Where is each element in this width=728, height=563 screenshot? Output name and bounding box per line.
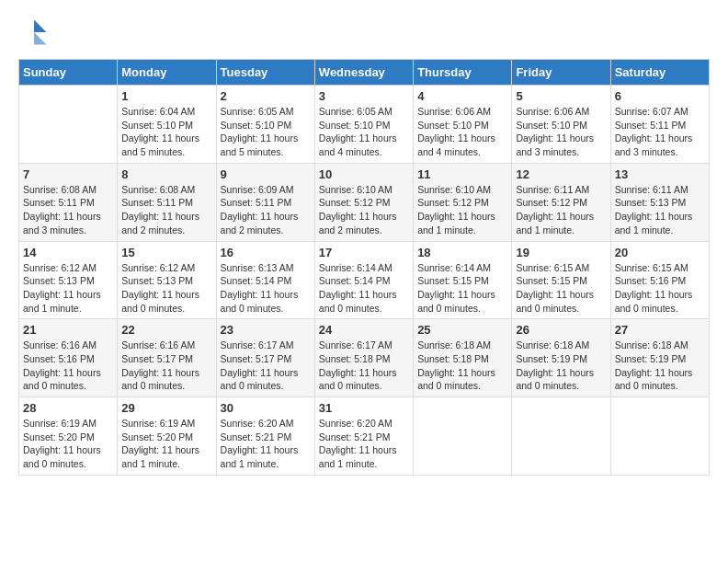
calendar-cell: 23Sunrise: 6:17 AM Sunset: 5:17 PM Dayli…	[216, 319, 314, 397]
calendar-cell: 5Sunrise: 6:06 AM Sunset: 5:10 PM Daylig…	[512, 86, 610, 164]
calendar-cell: 27Sunrise: 6:18 AM Sunset: 5:19 PM Dayli…	[610, 319, 709, 397]
calendar-cell: 6Sunrise: 6:07 AM Sunset: 5:11 PM Daylig…	[610, 86, 709, 164]
day-number: 24	[319, 323, 409, 337]
day-info: Sunrise: 6:16 AM Sunset: 5:17 PM Dayligh…	[121, 339, 211, 393]
day-info: Sunrise: 6:19 AM Sunset: 5:20 PM Dayligh…	[23, 417, 113, 471]
day-number: 20	[615, 246, 705, 259]
calendar-cell: 22Sunrise: 6:16 AM Sunset: 5:17 PM Dayli…	[118, 319, 216, 397]
day-number: 5	[516, 89, 606, 103]
day-info: Sunrise: 6:10 AM Sunset: 5:12 PM Dayligh…	[417, 183, 507, 237]
day-info: Sunrise: 6:06 AM Sunset: 5:10 PM Dayligh…	[417, 105, 507, 159]
logo-icon	[20, 18, 48, 46]
day-info: Sunrise: 6:10 AM Sunset: 5:12 PM Dayligh…	[319, 183, 409, 237]
day-info: Sunrise: 6:07 AM Sunset: 5:11 PM Dayligh…	[615, 105, 705, 159]
day-number: 1	[121, 89, 211, 103]
day-number: 23	[221, 323, 311, 337]
calendar-week-row: 7Sunrise: 6:08 AM Sunset: 5:11 PM Daylig…	[19, 163, 710, 241]
calendar-cell: 28Sunrise: 6:19 AM Sunset: 5:20 PM Dayli…	[19, 397, 118, 476]
day-info: Sunrise: 6:05 AM Sunset: 5:10 PM Dayligh…	[319, 105, 409, 159]
logo	[18, 18, 48, 50]
svg-marker-0	[34, 20, 47, 33]
day-number: 8	[121, 167, 211, 181]
day-number: 28	[23, 401, 113, 415]
svg-marker-1	[34, 32, 47, 45]
day-number: 14	[23, 246, 113, 259]
calendar-day-header: Monday	[118, 60, 216, 86]
calendar-day-header: Tuesday	[216, 60, 314, 86]
day-info: Sunrise: 6:05 AM Sunset: 5:10 PM Dayligh…	[221, 105, 311, 159]
day-number: 11	[417, 167, 507, 181]
calendar-cell	[414, 397, 512, 476]
calendar-cell: 2Sunrise: 6:05 AM Sunset: 5:10 PM Daylig…	[216, 86, 314, 164]
day-info: Sunrise: 6:08 AM Sunset: 5:11 PM Dayligh…	[121, 183, 211, 237]
calendar-cell: 10Sunrise: 6:10 AM Sunset: 5:12 PM Dayli…	[314, 163, 413, 241]
calendar-cell: 25Sunrise: 6:18 AM Sunset: 5:18 PM Dayli…	[414, 319, 512, 397]
day-number: 21	[23, 323, 113, 337]
day-number: 30	[221, 401, 311, 415]
calendar-cell: 7Sunrise: 6:08 AM Sunset: 5:11 PM Daylig…	[19, 163, 118, 241]
day-info: Sunrise: 6:13 AM Sunset: 5:14 PM Dayligh…	[221, 261, 311, 316]
calendar-cell: 4Sunrise: 6:06 AM Sunset: 5:10 PM Daylig…	[414, 86, 512, 164]
day-number: 22	[121, 323, 211, 337]
calendar-cell	[19, 86, 118, 164]
calendar-cell	[610, 397, 709, 476]
calendar-week-row: 21Sunrise: 6:16 AM Sunset: 5:16 PM Dayli…	[19, 319, 710, 397]
calendar-table: SundayMondayTuesdayWednesdayThursdayFrid…	[18, 59, 710, 476]
day-info: Sunrise: 6:16 AM Sunset: 5:16 PM Dayligh…	[23, 339, 113, 393]
day-info: Sunrise: 6:17 AM Sunset: 5:18 PM Dayligh…	[319, 339, 409, 393]
day-number: 10	[319, 167, 409, 181]
day-info: Sunrise: 6:04 AM Sunset: 5:10 PM Dayligh…	[121, 105, 211, 159]
day-number: 19	[516, 246, 606, 259]
calendar-cell: 13Sunrise: 6:11 AM Sunset: 5:13 PM Dayli…	[610, 163, 709, 241]
day-number: 13	[615, 167, 705, 181]
calendar-cell: 19Sunrise: 6:15 AM Sunset: 5:15 PM Dayli…	[512, 241, 610, 319]
day-info: Sunrise: 6:15 AM Sunset: 5:15 PM Dayligh…	[516, 261, 606, 316]
day-info: Sunrise: 6:19 AM Sunset: 5:20 PM Dayligh…	[121, 417, 211, 471]
day-number: 17	[319, 246, 409, 259]
day-info: Sunrise: 6:18 AM Sunset: 5:19 PM Dayligh…	[516, 339, 606, 393]
calendar-cell: 30Sunrise: 6:20 AM Sunset: 5:21 PM Dayli…	[216, 397, 314, 476]
day-info: Sunrise: 6:08 AM Sunset: 5:11 PM Dayligh…	[23, 183, 113, 237]
day-number: 26	[516, 323, 606, 337]
day-info: Sunrise: 6:18 AM Sunset: 5:18 PM Dayligh…	[417, 339, 507, 393]
calendar-cell: 31Sunrise: 6:20 AM Sunset: 5:21 PM Dayli…	[314, 397, 413, 476]
calendar-cell: 21Sunrise: 6:16 AM Sunset: 5:16 PM Dayli…	[19, 319, 118, 397]
calendar-header-row: SundayMondayTuesdayWednesdayThursdayFrid…	[19, 60, 710, 86]
calendar-cell: 16Sunrise: 6:13 AM Sunset: 5:14 PM Dayli…	[216, 241, 314, 319]
calendar-cell: 17Sunrise: 6:14 AM Sunset: 5:14 PM Dayli…	[314, 241, 413, 319]
calendar-cell: 8Sunrise: 6:08 AM Sunset: 5:11 PM Daylig…	[118, 163, 216, 241]
calendar-cell: 11Sunrise: 6:10 AM Sunset: 5:12 PM Dayli…	[414, 163, 512, 241]
calendar-day-header: Thursday	[414, 60, 512, 86]
calendar-cell: 9Sunrise: 6:09 AM Sunset: 5:11 PM Daylig…	[216, 163, 314, 241]
day-number: 9	[221, 167, 311, 181]
day-number: 31	[319, 401, 409, 415]
calendar-cell: 24Sunrise: 6:17 AM Sunset: 5:18 PM Dayli…	[314, 319, 413, 397]
day-number: 15	[121, 246, 211, 259]
calendar-week-row: 14Sunrise: 6:12 AM Sunset: 5:13 PM Dayli…	[19, 241, 710, 319]
calendar-day-header: Saturday	[610, 60, 709, 86]
calendar-day-header: Sunday	[19, 60, 118, 86]
day-info: Sunrise: 6:11 AM Sunset: 5:13 PM Dayligh…	[615, 183, 705, 237]
day-info: Sunrise: 6:14 AM Sunset: 5:15 PM Dayligh…	[417, 261, 507, 316]
day-number: 16	[221, 246, 311, 259]
calendar-week-row: 28Sunrise: 6:19 AM Sunset: 5:20 PM Dayli…	[19, 397, 710, 476]
day-info: Sunrise: 6:11 AM Sunset: 5:12 PM Dayligh…	[516, 183, 606, 237]
calendar-week-row: 1Sunrise: 6:04 AM Sunset: 5:10 PM Daylig…	[19, 86, 710, 164]
day-number: 2	[221, 89, 311, 103]
day-info: Sunrise: 6:06 AM Sunset: 5:10 PM Dayligh…	[516, 105, 606, 159]
calendar-cell: 3Sunrise: 6:05 AM Sunset: 5:10 PM Daylig…	[314, 86, 413, 164]
day-number: 4	[417, 89, 507, 103]
day-info: Sunrise: 6:20 AM Sunset: 5:21 PM Dayligh…	[221, 417, 311, 471]
day-number: 6	[615, 89, 705, 103]
calendar-cell: 14Sunrise: 6:12 AM Sunset: 5:13 PM Dayli…	[19, 241, 118, 319]
calendar-cell: 15Sunrise: 6:12 AM Sunset: 5:13 PM Dayli…	[118, 241, 216, 319]
day-number: 3	[319, 89, 409, 103]
calendar-cell: 12Sunrise: 6:11 AM Sunset: 5:12 PM Dayli…	[512, 163, 610, 241]
day-info: Sunrise: 6:12 AM Sunset: 5:13 PM Dayligh…	[23, 261, 113, 316]
day-info: Sunrise: 6:15 AM Sunset: 5:16 PM Dayligh…	[615, 261, 705, 316]
calendar-day-header: Friday	[512, 60, 610, 86]
calendar-day-header: Wednesday	[314, 60, 413, 86]
day-number: 18	[417, 246, 507, 259]
calendar-cell: 18Sunrise: 6:14 AM Sunset: 5:15 PM Dayli…	[414, 241, 512, 319]
day-number: 29	[121, 401, 211, 415]
